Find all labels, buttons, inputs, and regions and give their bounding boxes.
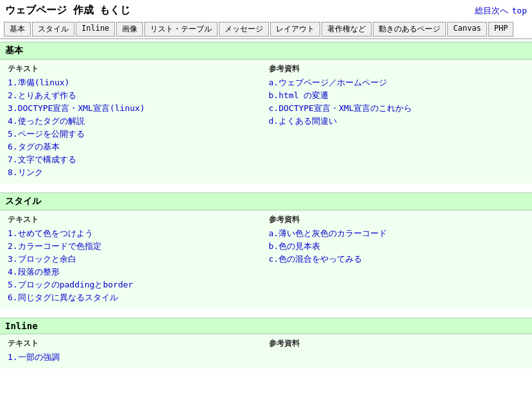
section-link[interactable]: 4.使ったタグの解説 xyxy=(8,115,264,127)
main-content: 基本テキスト1.準備(linux)2.とりあえず作る3.DOCTYPE宣言・XM… xyxy=(0,39,532,410)
section-left-label-sec-style: テキスト xyxy=(8,214,264,225)
section-link[interactable]: c.色の混合をやってみる xyxy=(269,253,525,265)
section-link[interactable]: a.ウェブページ／ホームページ xyxy=(269,77,525,89)
section-link[interactable]: a.薄い色と灰色のカラーコード xyxy=(269,228,525,239)
page-header: ウェブページ 作成 もくじ 総目次へ top xyxy=(0,0,532,20)
tab-tab-copyright[interactable]: 著作権など xyxy=(322,22,372,37)
section-body-sec-kihon: テキスト1.準備(linux)2.とりあえず作る3.DOCTYPE宣言・XML宣… xyxy=(0,60,532,184)
section-header-sec-inline: Inline xyxy=(0,318,532,334)
tab-tab-kihon[interactable]: 基本 xyxy=(4,22,31,37)
section-sec-kihon: 基本テキスト1.準備(linux)2.とりあえず作る3.DOCTYPE宣言・XM… xyxy=(0,42,532,184)
section-link[interactable]: 6.タグの基本 xyxy=(8,141,264,153)
tab-tab-inline[interactable]: Inline xyxy=(76,22,115,37)
section-link[interactable]: 5.ページを公開する xyxy=(8,128,264,140)
section-left-col-sec-inline: テキスト1.一部の強調 xyxy=(5,338,266,364)
tab-tab-canvas[interactable]: Canvas xyxy=(447,22,486,37)
section-right-label-sec-inline: 参考資料 xyxy=(269,338,525,349)
tab-tab-style[interactable]: スタイル xyxy=(32,22,74,37)
section-body-sec-style: テキスト1.せめて色をつけよう2.カラーコードで色指定3.ブロックと余白4.段落… xyxy=(0,210,532,309)
header-right: 総目次へ top xyxy=(475,5,527,17)
section-right-label-sec-kihon: 参考資料 xyxy=(269,64,525,74)
section-sec-inline: Inlineテキスト1.一部の強調参考資料 xyxy=(0,318,532,368)
section-header-sec-style: スタイル xyxy=(0,192,532,210)
section-link[interactable]: c.DOCTYPE宣言・XML宣言のこれから xyxy=(269,103,525,114)
section-link[interactable]: 3.ブロックと余白 xyxy=(8,253,264,265)
top-text: top xyxy=(512,6,527,15)
section-left-label-sec-inline: テキスト xyxy=(8,338,264,349)
nav-top-link[interactable]: 総目次へ xyxy=(475,5,508,17)
section-left-col-sec-kihon: テキスト1.準備(linux)2.とりあえず作る3.DOCTYPE宣言・XML宣… xyxy=(5,64,266,180)
section-link[interactable]: 6.同じタグに異なるスタイル xyxy=(8,292,264,303)
section-right-col-sec-style: 参考資料a.薄い色と灰色のカラーコードb.色の見本表c.色の混合をやってみる xyxy=(266,214,528,305)
section-sec-style: スタイルテキスト1.せめて色をつけよう2.カラーコードで色指定3.ブロックと余白… xyxy=(0,192,532,309)
section-body-sec-inline: テキスト1.一部の強調参考資料 xyxy=(0,334,532,368)
section-header-sec-kihon: 基本 xyxy=(0,42,532,60)
section-right-col-sec-inline: 参考資料 xyxy=(266,338,528,364)
section-right-col-sec-kihon: 参考資料a.ウェブページ／ホームページb.html の変遷c.DOCTYPE宣言… xyxy=(266,64,528,180)
section-link[interactable]: 4.段落の整形 xyxy=(8,266,264,278)
section-right-label-sec-style: 参考資料 xyxy=(269,214,525,225)
section-link[interactable]: 8.リンク xyxy=(8,167,264,178)
section-link[interactable]: 1.せめて色をつけよう xyxy=(8,228,264,239)
section-link[interactable]: b.html の変遷 xyxy=(269,90,525,101)
tab-tab-list[interactable]: リスト・テーブル xyxy=(144,22,218,37)
section-link[interactable]: 5.ブロックのpaddingとborder xyxy=(8,279,264,291)
tab-tab-msg[interactable]: メッセージ xyxy=(219,22,269,37)
section-link[interactable]: 1.一部の強調 xyxy=(8,352,264,363)
section-link[interactable]: 2.カラーコードで色指定 xyxy=(8,241,264,252)
section-link[interactable]: 1.準備(linux) xyxy=(8,77,264,89)
section-link[interactable]: 7.文字で構成する xyxy=(8,154,264,166)
section-link[interactable]: d.よくある間違い xyxy=(269,115,525,127)
page-title: ウェブページ 作成 もくじ xyxy=(5,4,130,17)
section-left-label-sec-kihon: テキスト xyxy=(8,64,264,74)
tab-tab-img[interactable]: 画像 xyxy=(116,22,143,37)
tab-tab-action[interactable]: 動きのあるページ xyxy=(373,22,446,37)
section-link[interactable]: b.色の見本表 xyxy=(269,241,525,252)
tab-tab-php[interactable]: PHP xyxy=(488,22,514,37)
section-link[interactable]: 2.とりあえず作る xyxy=(8,90,264,101)
section-link[interactable]: 3.DOCTYPE宣言・XML宣言(linux) xyxy=(8,103,264,114)
tab-bar: 基本スタイルInline画像リスト・テーブルメッセージレイアウト著作権など動きの… xyxy=(0,20,532,39)
tab-tab-layout[interactable]: レイアウト xyxy=(270,22,320,37)
section-left-col-sec-style: テキスト1.せめて色をつけよう2.カラーコードで色指定3.ブロックと余白4.段落… xyxy=(5,214,266,305)
